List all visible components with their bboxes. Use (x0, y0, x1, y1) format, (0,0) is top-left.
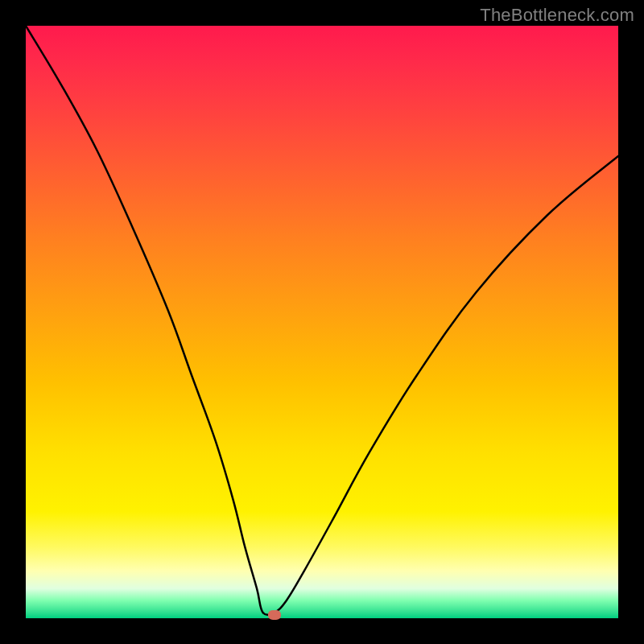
plot-area (26, 26, 618, 618)
optimal-point-marker (268, 610, 281, 620)
chart-frame: TheBottleneck.com (0, 0, 644, 644)
bottleneck-curve (26, 26, 618, 618)
watermark-text: TheBottleneck.com (480, 5, 634, 26)
